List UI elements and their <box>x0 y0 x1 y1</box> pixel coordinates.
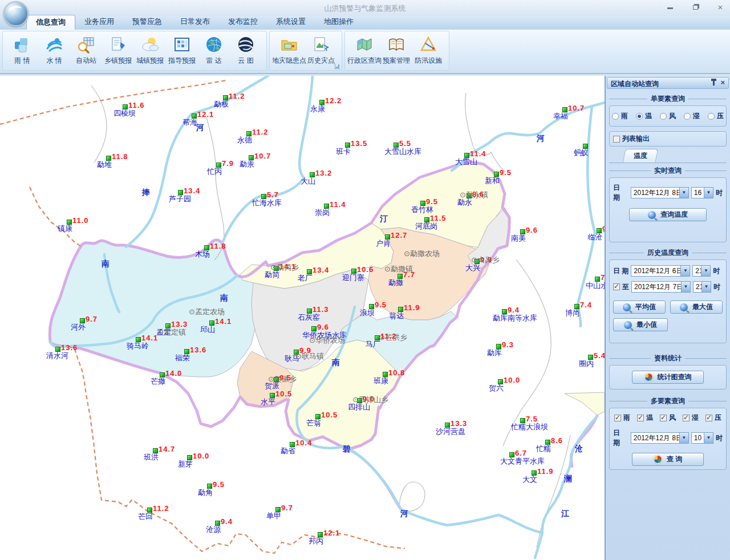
station-name: 勐省 <box>281 446 295 456</box>
query-temperature-button[interactable]: 查询温度 <box>629 208 707 221</box>
station-name: 勐堆 <box>97 160 112 170</box>
pin-icon[interactable] <box>713 80 715 86</box>
tab-日常发布[interactable]: 日常发布 <box>171 15 219 30</box>
tab-预警应急[interactable]: 预警应急 <box>123 15 171 30</box>
title-bar: 山洪预警与气象监测系统 × <box>0 0 730 16</box>
history-to-date-select[interactable]: 2012年12月 7日▼ <box>631 281 691 293</box>
multi-checkbox-温[interactable]: 温 <box>637 413 653 423</box>
ribbon-button-防汛设施[interactable]: 防汛设施 <box>412 33 444 66</box>
radio-option-湿[interactable]: 湿 <box>684 111 700 121</box>
radio-icon <box>684 113 691 120</box>
station-value: 9.7 <box>281 504 293 512</box>
ribbon-button-雷达[interactable]: 雷 达 <box>198 33 230 66</box>
station-name: 勐板 <box>214 99 229 109</box>
history-from-date-select[interactable]: 2012年12月 6日▼ <box>631 265 690 277</box>
station-name: 大文 <box>522 474 537 485</box>
realtime-hour-select[interactable]: 16▼ <box>691 187 713 198</box>
multi-hour-select[interactable]: 10▼ <box>691 432 713 444</box>
multi-date-select[interactable]: 2012年12月 8日▼ <box>631 432 689 444</box>
ribbon-toolbar: 雨 情水 情自动站乡镇预报城镇预报指导预报雷 达云 图地灾隐患点历史灾点行政区查… <box>0 30 730 74</box>
rain-icon <box>12 34 33 55</box>
tab-发布监控[interactable]: 发布监控 <box>219 15 267 30</box>
ribbon-button-地灾隐患点[interactable]: 地灾隐患点 <box>273 33 305 66</box>
history-to-label: 至 <box>622 282 629 292</box>
station-value: 12.1 <box>197 110 214 119</box>
station-value: 11.9 <box>537 467 554 476</box>
station-value: 9.5 <box>375 301 387 309</box>
station-name: 贺六 <box>489 383 504 393</box>
tab-系统设置[interactable]: 系统设置 <box>267 15 315 30</box>
history-to-hour-select[interactable]: 21▼ <box>693 281 711 293</box>
ribbon-button-乡镇预报[interactable]: 乡镇预报 <box>102 33 134 66</box>
river-label: 沧 <box>575 444 583 454</box>
tab-temperature[interactable]: 温度 <box>622 149 658 163</box>
ribbon-button-行政区查询[interactable]: 行政区查询 <box>348 33 380 66</box>
multi-checkbox-湿[interactable]: 湿 <box>683 413 699 423</box>
multi-checkbox-压[interactable]: 压 <box>705 413 721 423</box>
max-value-button[interactable]: 最大值 <box>670 301 723 314</box>
history-to-checkbox[interactable] <box>613 283 620 290</box>
history-from-hour-select[interactable]: 21▼ <box>692 265 711 277</box>
tab-信息查询[interactable]: 信息查询 <box>26 15 75 30</box>
tab-地图操作[interactable]: 地图操作 <box>315 15 363 30</box>
list-output-checkbox[interactable] <box>613 136 620 143</box>
restore-button[interactable] <box>690 3 700 12</box>
river-label: 南 <box>332 358 340 368</box>
station-value: 14.1 <box>215 317 232 326</box>
station-name: 木场 <box>195 249 210 259</box>
station-name: 蚂蚁 <box>574 148 589 158</box>
realtime-date-select[interactable]: 2012年12月 8日▼ <box>631 187 689 198</box>
ribbon-button-雨情[interactable]: 雨 情 <box>6 33 38 66</box>
station-name: 芒回 <box>138 512 153 522</box>
close-button[interactable]: × <box>715 3 725 12</box>
radio-option-压[interactable]: 压 <box>708 111 724 121</box>
radio-option-温[interactable]: 温 <box>636 111 652 121</box>
radio-option-风[interactable]: 风 <box>660 111 676 121</box>
ribbon-button-水情[interactable]: 水 情 <box>38 33 70 66</box>
flood-facility-icon <box>418 34 439 55</box>
panel-title: 区域自动站查询 <box>611 80 659 88</box>
station-name: 忙糯 <box>536 444 551 454</box>
chart-pie-icon <box>644 373 653 382</box>
river-label: 捧 <box>142 188 150 198</box>
multi-query-button[interactable]: 查 询 <box>632 453 704 466</box>
panel-close-icon[interactable]: × <box>720 80 725 86</box>
station-value: 9.5 <box>500 168 512 177</box>
minimize-button[interactable] <box>665 3 675 12</box>
station-value: 10.7 <box>254 152 271 160</box>
town-label-大兴乡: ⊙大兴乡 <box>471 255 500 265</box>
chart-pie-icon <box>654 455 662 464</box>
station-name: 浪坝 <box>360 308 375 318</box>
map-canvas[interactable]: 11.6四棱坝11.2勐板12.2永康12.1帮海10.7幸福11.2永德13.… <box>0 76 605 560</box>
station-name: 班康 <box>374 376 388 386</box>
menu-tab-strip: 信息查询业务应用预警应急日常发布发布监控系统设置地图操作 <box>0 16 730 30</box>
app-logo-orb-icon[interactable] <box>3 1 29 26</box>
dialog-launcher-icon[interactable] <box>335 64 340 69</box>
min-value-button[interactable]: 最小值 <box>613 318 668 331</box>
ribbon-button-预案管理[interactable]: 预案管理 <box>380 33 412 66</box>
river-label: 江 <box>561 509 569 519</box>
station-value: 13.4 <box>313 266 329 274</box>
auto-station-icon <box>76 34 96 55</box>
ribbon-button-历史灾点[interactable]: 历史灾点 <box>305 33 337 66</box>
river-label: 碧 <box>343 444 351 455</box>
river-label: 南 <box>220 293 228 303</box>
multi-checkbox-风[interactable]: 风 <box>660 413 676 423</box>
station-value: 11.2 <box>153 504 169 513</box>
multi-checkbox-雨[interactable]: 雨 <box>614 413 630 423</box>
radio-option-雨[interactable]: 雨 <box>612 111 628 121</box>
stats-chart-query-button[interactable]: 统计图查询 <box>632 371 704 384</box>
menu-tabs: 信息查询业务应用预警应急日常发布发布监控系统设置地图操作 <box>26 15 363 30</box>
station-name: 班卡 <box>336 147 351 157</box>
ribbon-button-label: 行政区查询 <box>347 56 382 66</box>
tab-业务应用[interactable]: 业务应用 <box>75 15 123 30</box>
ribbon-button-指导预报[interactable]: 指导预报 <box>166 33 198 66</box>
ribbon-button-自动站[interactable]: 自动站 <box>70 33 102 66</box>
checkbox-label: 压 <box>715 413 721 423</box>
river-label: 河 <box>537 133 545 144</box>
average-value-button[interactable]: 平均值 <box>613 301 666 314</box>
station-name: 芒翁 <box>306 418 321 428</box>
realtime-query-title: 实时查询 <box>654 166 682 176</box>
ribbon-button-城镇预报[interactable]: 城镇预报 <box>134 33 166 66</box>
ribbon-button-云图[interactable]: 云 图 <box>230 33 262 66</box>
